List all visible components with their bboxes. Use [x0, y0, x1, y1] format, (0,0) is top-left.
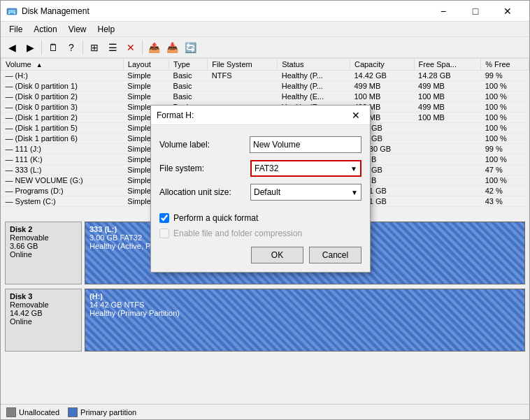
back-button[interactable]: ◀ — [3, 39, 20, 56]
menu-file[interactable]: File — [3, 23, 28, 36]
table-cell: Simple — [123, 71, 169, 81]
table-cell: — NEW VOLUME (G:) — [1, 175, 124, 186]
table-cell: 499 MB — [350, 81, 414, 92]
menu-action[interactable]: Action — [28, 23, 62, 36]
volume-label-input[interactable] — [250, 136, 361, 153]
legend-unallocated-box — [6, 407, 16, 417]
table-cell: 100 % — [481, 113, 529, 123]
table-cell: 100 % — [481, 92, 529, 102]
close-button[interactable]: ✕ — [492, 1, 524, 22]
compression-checkbox[interactable] — [159, 229, 169, 238]
disk-row: Disk 3 Removable 14.42 GB Online (H:) 14… — [5, 289, 525, 352]
menu-view[interactable]: View — [63, 23, 92, 36]
toolbar-separator-1 — [41, 41, 42, 55]
table-cell: 499 MB — [414, 102, 481, 113]
disk-type: Removable — [10, 300, 77, 309]
delete-button[interactable]: ✕ — [122, 39, 139, 56]
sort-icon: ▲ — [36, 61, 43, 68]
table-cell: 14.42 GB — [350, 71, 414, 81]
table-cell — [208, 81, 278, 92]
col-type[interactable]: Type — [169, 59, 208, 71]
list-button[interactable]: ☰ — [104, 39, 121, 56]
disk-name: Disk 2 — [10, 225, 77, 233]
partition-label: (H:) — [89, 292, 520, 300]
col-capacity[interactable]: Capacity — [350, 59, 414, 71]
table-cell: — 111 (J:) — [1, 144, 124, 154]
fs-select[interactable]: FAT32 ▼ — [250, 160, 361, 177]
volume-label-row: Volume label: — [159, 136, 361, 153]
properties-button[interactable]: 🗒 — [45, 39, 62, 56]
toolbar-separator-2 — [83, 41, 83, 55]
legend-bar: Unallocated Primary partition — [1, 404, 529, 419]
table-cell: Healthy (P... — [278, 71, 350, 81]
table-cell: — (Disk 0 partition 2) — [1, 92, 124, 102]
volume-label-text: Volume label: — [159, 140, 250, 150]
quick-format-label[interactable]: Perform a quick format — [173, 213, 258, 223]
fs-dropdown-arrow: ▼ — [350, 165, 357, 173]
forward-button[interactable]: ▶ — [22, 39, 38, 56]
partition-size: 14.42 GB NTFS — [89, 300, 520, 309]
col-freespace[interactable]: Free Spa... — [414, 59, 481, 71]
partition-status: Healthy (Primary Partition) — [89, 309, 520, 317]
menu-help[interactable]: Help — [92, 23, 121, 36]
quick-format-checkbox[interactable] — [159, 213, 169, 223]
table-cell — [414, 175, 481, 186]
alloc-row: Allocation unit size: Default ▼ — [159, 184, 361, 201]
table-cell — [414, 133, 481, 144]
table-cell: 100 MB — [414, 113, 481, 123]
table-row[interactable]: — (H:)SimpleBasicNTFSHealthy (P...14.42 … — [1, 71, 529, 81]
table-cell: 42 % — [481, 186, 529, 196]
maximize-button[interactable]: □ — [459, 1, 492, 22]
col-freepct[interactable]: % Free — [481, 59, 529, 71]
svg-point-3 — [14, 13, 15, 14]
fs-label-text: File system: — [159, 164, 250, 173]
dialog-close-button[interactable]: ✕ — [348, 108, 364, 123]
col-volume[interactable]: Volume ▲ — [1, 59, 124, 71]
disk-size: 14.42 GB — [10, 309, 77, 317]
table-cell: 99 % — [481, 144, 529, 154]
disk-partition[interactable]: (H:) 14.42 GB NTFS Healthy (Primary Part… — [85, 289, 525, 352]
table-cell: — (Disk 1 partition 2) — [1, 113, 124, 123]
filesystem-row: File system: FAT32 ▼ — [159, 160, 361, 177]
table-cell: — (H:) — [1, 71, 124, 81]
table-cell: Basic — [169, 92, 208, 102]
import-button[interactable]: 📥 — [164, 39, 180, 56]
dialog-title-bar: Format H: ✕ — [151, 106, 370, 125]
table-cell: NTFS — [208, 71, 278, 81]
col-layout[interactable]: Layout — [123, 59, 169, 71]
refresh-button[interactable]: 🔄 — [182, 39, 199, 56]
export-button[interactable]: 📤 — [145, 39, 162, 56]
table-cell: 99 % — [481, 71, 529, 81]
table-cell: Basic — [169, 81, 208, 92]
disk-status: Online — [10, 250, 77, 259]
cancel-button[interactable]: Cancel — [309, 247, 361, 263]
table-cell — [414, 154, 481, 165]
format-dialog: Format H: ✕ Volume label: File system: F… — [150, 105, 371, 273]
col-status[interactable]: Status — [278, 59, 350, 71]
alloc-select[interactable]: Default ▼ — [250, 184, 361, 201]
table-cell — [414, 165, 481, 175]
minimize-button[interactable]: − — [427, 1, 459, 22]
table-cell: Healthy (P... — [278, 81, 350, 92]
table-cell: Simple — [123, 92, 169, 102]
dialog-title: Format H: — [157, 110, 194, 120]
table-row[interactable]: — (Disk 0 partition 1)SimpleBasicHealthy… — [1, 81, 529, 92]
table-cell — [414, 144, 481, 154]
col-filesystem[interactable]: File System — [208, 59, 278, 71]
disk-name: Disk 3 — [10, 292, 77, 300]
window-controls: − □ ✕ — [427, 1, 524, 22]
view-button[interactable]: ⊞ — [86, 39, 103, 56]
table-cell: 100 % — [481, 175, 529, 186]
table-cell: — (Disk 0 partition 1) — [1, 81, 124, 92]
table-row[interactable]: — (Disk 0 partition 2)SimpleBasicHealthy… — [1, 92, 529, 102]
table-cell — [414, 196, 481, 207]
menu-bar: File Action View Help — [1, 22, 529, 37]
svg-point-2 — [8, 13, 10, 14]
table-cell — [208, 92, 278, 102]
disk-type: Removable — [10, 233, 77, 242]
help-button[interactable]: ? — [63, 39, 80, 56]
table-cell: Healthy (E... — [278, 92, 350, 102]
title-bar: Disk Management − □ ✕ — [1, 1, 529, 22]
ok-button[interactable]: OK — [251, 247, 303, 263]
alloc-dropdown-arrow: ▼ — [351, 189, 358, 196]
